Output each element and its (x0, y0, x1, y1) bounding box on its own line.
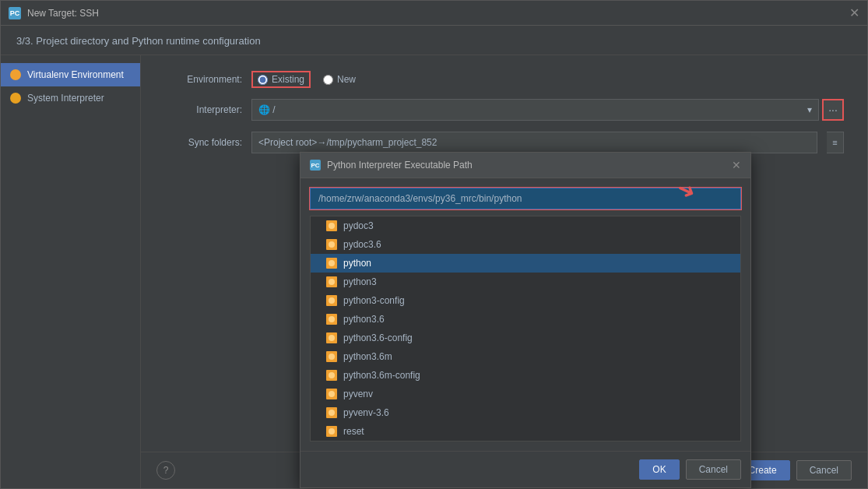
interpreter-input-wrap: 🌐 / ▾ ··· (251, 99, 844, 121)
interpreter-row: Interpreter: 🌐 / ▾ ··· (164, 99, 844, 121)
modal-title-left: PC Python Interpreter Executable Path (310, 160, 473, 171)
interpreter-value: 🌐 / (258, 104, 276, 115)
file-name: pyvenv-3.6 (343, 407, 389, 418)
virtualenv-icon (10, 69, 21, 80)
file-name: python (343, 258, 371, 269)
existing-radio[interactable] (258, 75, 268, 85)
modal-title: Python Interpreter Executable Path (327, 160, 473, 171)
file-icon (326, 220, 337, 231)
file-icon (326, 370, 337, 381)
sidebar-item-virtualenv-label: Virtualenv Environment (27, 69, 124, 80)
dots-icon: ··· (828, 104, 838, 116)
file-name: pyvenv (343, 389, 373, 399)
file-list-item[interactable]: reset (311, 422, 740, 441)
file-icon (326, 407, 337, 418)
interpreter-chevron-icon: ▾ (807, 104, 812, 115)
modal-close-button[interactable]: ✕ (732, 159, 741, 171)
interpreter-path-modal: PC Python Interpreter Executable Path ✕ … (300, 152, 751, 488)
file-icon (326, 295, 337, 306)
sync-folders-row: Sync folders: <Project root>→/tmp/pychar… (164, 132, 844, 153)
path-input[interactable] (310, 188, 741, 209)
new-label: New (337, 74, 356, 85)
modal-ok-button[interactable]: OK (639, 459, 679, 480)
sidebar-item-system-interpreter[interactable]: System Interpreter (1, 86, 140, 110)
file-list-item[interactable]: pydoc3.6 (311, 235, 740, 254)
modal-cancel-button[interactable]: Cancel (686, 459, 741, 480)
cancel-button[interactable]: Cancel (796, 460, 852, 480)
file-icon (326, 332, 337, 343)
sidebar-item-system-label: System Interpreter (27, 93, 104, 104)
title-bar: PC New Target: SSH ✕ (1, 1, 867, 26)
modal-app-icon: PC (310, 160, 321, 171)
file-icon (326, 276, 337, 287)
file-list-item[interactable]: saved_model_cli (311, 441, 740, 442)
file-icon (326, 239, 337, 250)
file-icon (326, 389, 337, 399)
file-icon (326, 258, 337, 269)
file-name: python3-config (343, 295, 405, 306)
help-button[interactable]: ? (156, 461, 175, 480)
file-icon (326, 426, 337, 437)
file-list-item[interactable]: python3.6 (311, 310, 740, 329)
window-close-button[interactable]: ✕ (849, 7, 859, 19)
environment-row: Environment: Existing New (164, 71, 844, 88)
file-name: python3.6-config (343, 332, 413, 343)
file-name: python3.6m-config (343, 370, 420, 381)
file-name: pydoc3.6 (343, 239, 381, 250)
file-list-item[interactable]: python (311, 254, 740, 273)
sidebar-item-virtualenv[interactable]: Virtualenv Environment (1, 63, 140, 86)
file-list-item[interactable]: python3.6-config (311, 329, 740, 347)
sync-folders-value: <Project root>→/tmp/pycharm_project_852 (251, 132, 817, 153)
file-name: python3.6 (343, 314, 385, 325)
file-list-item[interactable]: pydoc3 (311, 216, 740, 235)
modal-bottom-buttons: OK Cancel (300, 451, 750, 487)
file-name: pydoc3 (343, 220, 374, 231)
interpreter-browse-button[interactable]: ··· (822, 99, 844, 121)
environment-radio-group: Existing New (251, 71, 356, 88)
existing-label: Existing (272, 74, 304, 85)
modal-body: pydoc3 pydoc3.6 python python3 python3-c… (300, 178, 750, 451)
sync-folders-label: Sync folders: (164, 137, 242, 148)
system-interpreter-icon (10, 93, 21, 104)
interpreter-select[interactable]: 🌐 / ▾ (251, 99, 819, 121)
app-icon: PC (9, 7, 21, 19)
file-list-item[interactable]: python3.6m (311, 347, 740, 366)
sidebar: Virtualenv Environment System Interprete… (1, 55, 141, 488)
file-list-item[interactable]: python3 (311, 273, 740, 291)
environment-label: Environment: (164, 74, 242, 85)
file-list-item[interactable]: python3.6m-config (311, 366, 740, 385)
file-name: python3.6m (343, 351, 392, 362)
window-title: New Target: SSH (27, 8, 99, 19)
modal-title-bar: PC Python Interpreter Executable Path ✕ (300, 153, 750, 178)
file-name: python3 (343, 276, 377, 287)
sync-icon: ≡ (832, 138, 837, 147)
file-list-item[interactable]: pyvenv (311, 385, 740, 403)
title-bar-left: PC New Target: SSH (9, 7, 99, 19)
file-name: reset (343, 426, 364, 437)
file-icon (326, 351, 337, 362)
sync-folders-edit-button[interactable]: ≡ (827, 132, 844, 153)
file-list-item[interactable]: pyvenv-3.6 (311, 403, 740, 422)
existing-radio-box: Existing (251, 71, 311, 88)
interpreter-label: Interpreter: (164, 104, 242, 115)
step-header: 3/3. Project directory and Python runtim… (1, 26, 867, 55)
file-list-item[interactable]: python3-config (311, 291, 740, 310)
existing-radio-option[interactable]: Existing (258, 74, 304, 85)
new-radio-option[interactable]: New (323, 74, 356, 85)
file-list: pydoc3 pydoc3.6 python python3 python3-c… (310, 216, 741, 442)
file-icon (326, 314, 337, 325)
new-radio[interactable] (323, 75, 333, 85)
